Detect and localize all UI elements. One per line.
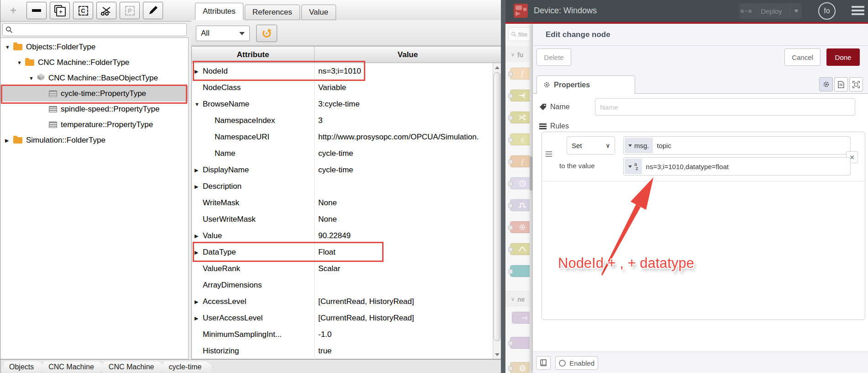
tree-item-label: Simulation::FolderType [26, 136, 105, 145]
table-row-nodeclass[interactable]: NodeClass Variable [192, 80, 501, 96]
tree-item-spindle-speed[interactable]: spindle-speed::PropertyType [0, 101, 188, 117]
tab-value[interactable]: Value [301, 5, 336, 20]
description-button[interactable] [834, 77, 848, 91]
annotation-text: NodeId + , + datatype [558, 255, 694, 272]
table-row-browsename[interactable]: BrowseName 3:cycle-time [192, 96, 501, 112]
breadcrumb-objects[interactable]: Objects [1, 361, 45, 373]
scroll-up-icon[interactable] [494, 64, 501, 71]
deploy-button[interactable]: Deploy [739, 3, 802, 19]
nodered-header: Device: Windows Deploy fo [505, 0, 868, 22]
appearance-button[interactable] [849, 77, 863, 91]
edit-button[interactable] [143, 2, 163, 19]
duplicate-button[interactable]: + [50, 2, 70, 19]
tree-item-objects[interactable]: Objects::FolderType [0, 39, 188, 55]
tree-item-simulation[interactable]: Simulation::FolderType [0, 133, 188, 148]
tree-item-temperature[interactable]: temperature::PropertyType [0, 117, 188, 133]
refresh-button[interactable] [256, 25, 277, 42]
delete-button[interactable]: Delete [537, 48, 571, 66]
expander-icon[interactable] [195, 315, 203, 321]
palette-filter[interactable] [508, 27, 533, 41]
expander-icon[interactable] [5, 44, 13, 50]
enabled-toggle[interactable]: Enabled [555, 356, 598, 370]
table-row-valuerank[interactable]: ValueRank Scalar [192, 261, 501, 277]
scroll-down-icon[interactable] [494, 351, 501, 358]
drag-handle-icon[interactable] [546, 151, 552, 157]
tray-title: Edit change node [533, 24, 868, 46]
rule-property-input[interactable] [654, 142, 850, 149]
tab-properties[interactable]: Properties [537, 75, 635, 94]
add-button[interactable]: + [3, 2, 23, 19]
expander-icon[interactable] [29, 75, 37, 81]
table-row-displayname[interactable]: DisplayName cycle-time [192, 162, 501, 178]
breadcrumb-cnc-machine-1[interactable]: CNC Machine [41, 361, 105, 373]
rule-value-input[interactable] [643, 163, 850, 171]
tree-item-cnc-machine-folder[interactable]: CNC Machine::FolderType [0, 55, 188, 70]
attribute-filter-dropdown[interactable]: All [196, 26, 250, 41]
palette-scrollbar[interactable] [530, 24, 532, 373]
table-row-useraccesslevel[interactable]: UserAccessLevel [CurrentRead, HistoryRea… [192, 310, 501, 326]
name-input[interactable] [595, 98, 855, 116]
msg-type-selector[interactable]: msg. [625, 138, 653, 153]
expander-icon[interactable] [5, 138, 13, 144]
copy-button[interactable]: C [73, 2, 93, 19]
search-input[interactable] [16, 26, 186, 33]
deploy-options-button[interactable] [790, 3, 802, 19]
edit-properties-button[interactable] [819, 77, 833, 91]
breadcrumb-cycle-time[interactable]: cycle-time [161, 361, 213, 373]
table-row-writemask[interactable]: WriteMask None [192, 195, 501, 211]
menu-icon[interactable] [852, 6, 864, 15]
tab-references[interactable]: References [245, 5, 300, 20]
table-row-historizing[interactable]: Historizing true [192, 343, 501, 359]
expander-icon[interactable] [195, 167, 203, 173]
edit-tray: Edit change node Delete Cancel Done Prop… [533, 24, 868, 373]
palette-section-network[interactable]: ne [505, 291, 533, 307]
rule-value-field[interactable]: a z [623, 157, 851, 176]
duplicate-icon: + [54, 5, 66, 16]
clock-icon [519, 180, 526, 187]
scrollbar-thumb[interactable] [494, 72, 500, 341]
expander-icon[interactable] [195, 101, 203, 107]
globe-icon [519, 365, 526, 372]
table-row-minimumsampling[interactable]: MinimumSamplingInt... -1.0 [192, 326, 501, 343]
expander-icon[interactable] [195, 184, 203, 190]
table-row-namespaceindex[interactable]: NamespaceIndex 3 [192, 112, 501, 129]
table-row-name[interactable]: Name cycle-time [192, 145, 501, 162]
table-row-accesslevel[interactable]: AccessLevel [CurrentRead, HistoryRead] [192, 293, 501, 310]
rule-action-select[interactable]: Set ∨ [567, 136, 615, 155]
nodered-window: Device: Windows Deploy fo fu f [505, 0, 868, 373]
tree-item-cnc-machine-object[interactable]: CNC Machine::BaseObjectType [0, 70, 188, 86]
attribute-filter-row: All [191, 20, 501, 46]
remove-button[interactable] [26, 2, 47, 19]
table-scrollbar[interactable] [493, 63, 501, 359]
folder-icon [25, 59, 34, 66]
table-row-description[interactable]: Description [192, 178, 501, 195]
annotation-box-datatype [193, 242, 384, 262]
user-avatar[interactable]: fo [818, 2, 836, 20]
breadcrumb-cnc-machine-2[interactable]: CNC Machine [101, 361, 166, 373]
corner-brackets-icon [852, 81, 860, 88]
tree-item-label: CNC Machine::BaseObjectType [48, 74, 158, 83]
table-row-arraydimensions[interactable]: ArrayDimensions [192, 277, 501, 293]
docs-button[interactable] [536, 356, 551, 370]
folder-icon [13, 44, 22, 50]
attributes-panel: Attributes References Value All Attribut… [191, 0, 501, 359]
table-row-namespaceuri[interactable]: NamespaceURI http://www.prosysopc.com/OP… [192, 129, 501, 145]
shuffle-icon [519, 114, 526, 121]
value-type-selector[interactable]: a z [625, 159, 642, 174]
paste-button[interactable]: P [120, 2, 140, 19]
palette-section-function[interactable]: fu [505, 47, 533, 62]
rule-property-field[interactable]: msg. [623, 136, 851, 155]
done-button[interactable]: Done [826, 48, 860, 66]
chevron-down-icon [239, 32, 245, 35]
tree-search[interactable] [2, 23, 187, 36]
search-icon [5, 26, 13, 33]
table-row-userwritemask[interactable]: UserWriteMask None [192, 211, 501, 228]
annotation-box-tree-cycle-time [1, 85, 187, 104]
expander-icon[interactable] [195, 299, 203, 305]
cut-button[interactable] [96, 2, 116, 19]
tab-attributes[interactable]: Attributes [195, 3, 243, 20]
expander-icon[interactable] [17, 60, 25, 65]
expander-icon[interactable] [195, 233, 203, 239]
cancel-button[interactable]: Cancel [784, 48, 821, 66]
scrollbar-thumb[interactable] [530, 156, 532, 191]
